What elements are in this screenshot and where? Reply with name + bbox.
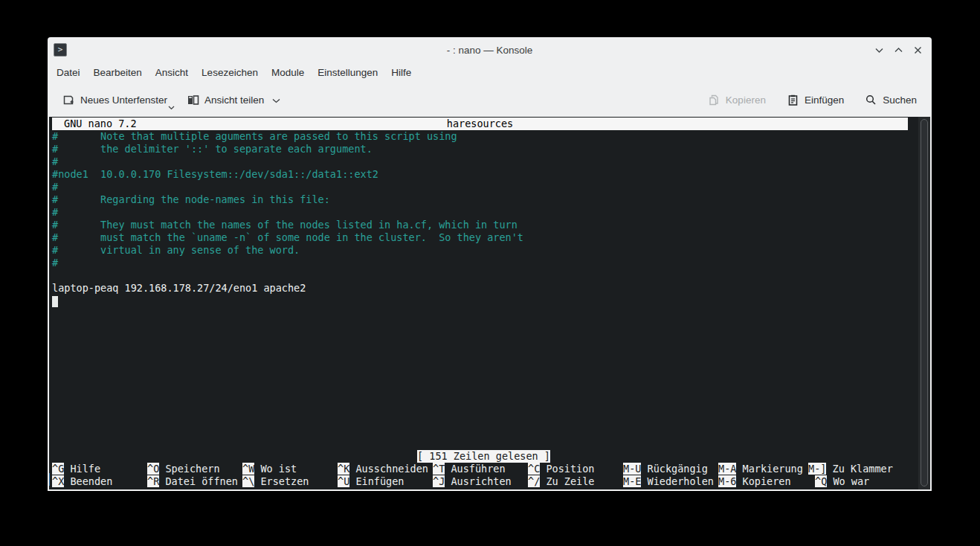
shortcut-label: Rückgängig <box>641 463 707 475</box>
shortcut-key: ^R <box>147 475 159 487</box>
shortcut-label: Wo ist <box>254 463 297 475</box>
copy-icon <box>708 94 721 106</box>
shortcut-key: M-A <box>718 463 736 475</box>
editor-empty-area <box>52 307 915 450</box>
new-tab-button[interactable]: Neues Unterfenster <box>58 89 172 111</box>
menubar: Datei Bearbeiten Ansicht Lesezeichen Mod… <box>48 62 932 83</box>
search-label: Suchen <box>883 94 917 106</box>
nano-titlebar: GNU nano 7.2 haresources <box>52 118 908 130</box>
shortcut-label: Kopieren <box>736 475 790 487</box>
shortcut-ma: M-A Markierung s <box>718 463 808 475</box>
menu-module[interactable]: Module <box>265 62 311 83</box>
terminal-screen[interactable]: GNU nano 7.2 haresources # Note that mul… <box>49 117 930 489</box>
shortcut-g: ^G Hilfe <box>52 463 147 475</box>
terminal-lines: # Note that multiple aguments are passed… <box>52 130 915 307</box>
chevron-down-icon <box>272 94 280 106</box>
shortcut-label: Speichern <box>159 463 219 475</box>
menu-lesezeichen[interactable]: Lesezeichen <box>195 62 265 83</box>
shortcut-c: ^C Position <box>528 463 623 475</box>
shortcut-label: Hilfe <box>64 463 100 475</box>
shortcut-key: ^O <box>147 463 159 475</box>
shortcut-label: Zu Zeile <box>540 475 594 487</box>
shortcut-key: ^G <box>52 463 64 475</box>
shortcut-w: ^W Wo ist <box>242 463 338 475</box>
terminal-line <box>52 295 915 307</box>
close-icon[interactable] <box>912 45 923 55</box>
konsole-app-icon: > <box>54 43 67 57</box>
terminal-line: # Regarding the node-names in this file: <box>52 193 915 206</box>
terminal-line: # must match the `uname -n` of some node… <box>52 231 915 244</box>
status-message: [ 151 Zeilen gelesen ] <box>417 450 550 463</box>
shortcut-label: Zu Klammer <box>826 463 892 475</box>
nano-version: GNU nano 7.2 <box>52 118 137 130</box>
shortcut-label: Markierung s <box>736 463 808 475</box>
shortcut-key: ^C <box>528 463 540 475</box>
split-view-button[interactable]: Ansicht teilen <box>182 89 285 111</box>
terminal-line: #node1 10.0.0.170 Filesystem::/dev/sda1:… <box>52 168 915 181</box>
shortcut-k: ^K Ausschneiden <box>338 463 433 475</box>
search-icon <box>865 94 877 106</box>
terminal-line: laptop-peaq 192.168.178.27/24/eno1 apach… <box>52 282 915 295</box>
shortcut-: ^/ Zu Zeile <box>528 475 623 488</box>
shortcut-m6: M-6 Kopieren <box>718 475 808 488</box>
terminal-line: # Note that multiple aguments are passed… <box>52 130 915 143</box>
text-cursor <box>52 296 58 307</box>
shortcut-label: Position <box>540 463 594 475</box>
shortcut-key: ^/ <box>528 475 540 487</box>
shortcut-key: ^X <box>52 475 64 487</box>
konsole-window: > - : nano — Konsole Datei Bearbeiten An… <box>48 37 932 491</box>
shortcut-x: ^X Beenden <box>52 475 147 488</box>
window-title: - : nano — Konsole <box>48 45 932 56</box>
shortcut-j: ^J Ausrichten <box>433 475 528 488</box>
search-button[interactable]: Suchen <box>860 89 921 111</box>
terminal-line: # <box>52 181 915 193</box>
shortcut-label: Ausschneiden <box>349 463 428 475</box>
shortcut-label: Wo war <box>827 475 869 487</box>
terminal-scrollbar[interactable] <box>918 117 930 489</box>
shortcut-key: M-E <box>623 475 641 487</box>
chevron-down-icon <box>168 101 175 112</box>
nano-editor: GNU nano 7.2 haresources # Note that mul… <box>49 117 930 489</box>
new-tab-label: Neues Unterfenster <box>80 94 167 106</box>
scrollbar-thumb[interactable] <box>921 119 928 486</box>
minimize-icon[interactable] <box>874 45 884 55</box>
shortcut-key: ^U <box>338 475 349 487</box>
paste-button[interactable]: Einfügen <box>782 89 848 111</box>
shortcut-label: Wiederholen <box>641 475 714 487</box>
nano-shortcut-bar: ^G Hilfe^O Speichern^W Wo ist^K Ausschne… <box>52 463 915 488</box>
shortcut-key: ^\ <box>242 475 254 487</box>
shortcut-label: Datei öffnen <box>159 475 238 487</box>
shortcut-label: Beenden <box>64 475 112 487</box>
menu-hilfe[interactable]: Hilfe <box>384 62 418 83</box>
split-view-label: Ansicht teilen <box>204 94 264 106</box>
terminal-line: # <box>52 206 915 219</box>
shortcut-key: M-U <box>623 463 641 475</box>
terminal-line: # virtual in any sense of the word. <box>52 244 915 257</box>
maximize-icon[interactable] <box>893 45 903 55</box>
terminal-line: # the delimiter '::' to separate each ar… <box>52 143 915 155</box>
menu-bearbeiten[interactable]: Bearbeiten <box>87 62 149 83</box>
shortcut-row: ^X Beenden^R Datei öffnen^\ Ersetzen^U E… <box>52 475 915 488</box>
shortcut-key: ^T <box>433 463 445 475</box>
shortcut-mu: M-U Rückgängig <box>623 463 718 475</box>
tab-new-icon <box>62 94 75 106</box>
shortcut-key: ^J <box>433 475 445 487</box>
paste-icon <box>787 94 799 106</box>
shortcut-key: ^Q <box>815 475 827 487</box>
shortcut-o: ^O Speichern <box>147 463 242 475</box>
shortcut-m: M-] Zu Klammer <box>808 463 893 475</box>
shortcut-key: M-] <box>808 463 826 475</box>
shortcut-key: ^K <box>338 463 349 475</box>
split-view-icon <box>187 94 199 106</box>
menu-datei[interactable]: Datei <box>50 62 87 83</box>
copy-button: Kopieren <box>703 89 770 111</box>
menu-einstellungen[interactable]: Einstellungen <box>311 62 384 83</box>
nano-statusbar: [ 151 Zeilen gelesen ] <box>52 450 915 463</box>
window-controls <box>874 37 923 62</box>
menu-ansicht[interactable]: Ansicht <box>149 62 195 83</box>
terminal-line: # They must match the names of the nodes… <box>52 219 915 231</box>
titlebar[interactable]: > - : nano — Konsole <box>48 37 932 62</box>
shortcut-label: Ersetzen <box>254 475 309 487</box>
shortcut-: ^\ Ersetzen <box>242 475 338 488</box>
shortcut-u: ^U Einfügen <box>338 475 433 488</box>
